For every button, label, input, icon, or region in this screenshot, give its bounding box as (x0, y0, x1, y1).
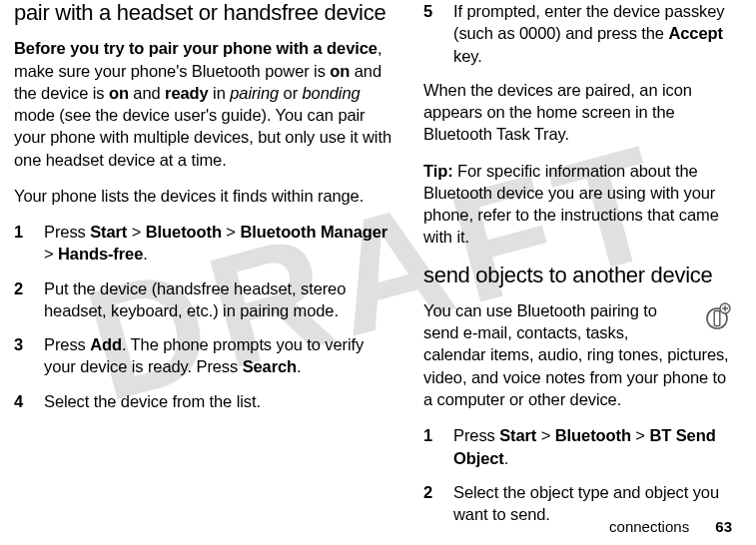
svg-rect-1 (714, 310, 720, 325)
t: . (143, 245, 147, 263)
tip-label: Tip: (423, 162, 453, 180)
t: in (209, 84, 231, 102)
t: key. (453, 47, 482, 65)
pairing: pairing (230, 84, 279, 102)
cmd-start: Start (90, 223, 127, 241)
right-column: 5 If prompted, enter the device passkey … (423, 0, 732, 537)
t: Press (44, 335, 90, 353)
section-label: connections (609, 518, 689, 535)
page-content: pair with a headset or handsfree device … (0, 0, 756, 537)
step-body: Press Start > Bluetooth > Bluetooth Mana… (44, 221, 393, 266)
send-step-1: 1 Press Start > Bluetooth > BT Send Obje… (423, 424, 732, 469)
para-send-text: You can use Bluetooth pairing to send e-… (423, 301, 729, 408)
step-num: 5 (423, 0, 439, 67)
step-4: 4 Select the device from the list. (14, 390, 393, 412)
left-column: pair with a headset or handsfree device … (14, 0, 393, 537)
cmd-accept: Accept (668, 24, 722, 42)
step-body: Press Add. The phone prompts you to veri… (44, 333, 393, 378)
on1: on (330, 62, 350, 80)
steps-right-continue: 5 If prompted, enter the device passkey … (423, 0, 732, 79)
para-paired: When the devices are paired, an icon app… (423, 79, 732, 146)
t: > (222, 223, 241, 241)
tip-paragraph: Tip: For specific information about the … (423, 160, 732, 249)
bonding: bonding (303, 84, 361, 102)
t: > (127, 223, 146, 241)
step-body: If prompted, enter the device passkey (s… (453, 0, 732, 67)
t: mode (see the device user's guide). You … (14, 106, 391, 169)
step-num: 4 (14, 390, 30, 412)
step-num: 1 (14, 221, 30, 266)
t: . (504, 449, 508, 467)
t: . (297, 357, 301, 375)
step-5: 5 If prompted, enter the device passkey … (423, 0, 732, 67)
t: > (44, 245, 58, 263)
step-num: 1 (423, 424, 439, 469)
intro-paragraph: Before you try to pair your phone with a… (14, 37, 393, 171)
para-send: You can use Bluetooth pairing to send e-… (423, 299, 732, 410)
cmd-handsfree: Hands-free (58, 245, 143, 263)
t: > (536, 426, 555, 444)
intro-bold: Before you try to pair your phone with a… (14, 39, 378, 57)
t: Press (44, 223, 90, 241)
t: and (129, 84, 165, 102)
t: Press (453, 426, 499, 444)
step-num: 2 (14, 277, 30, 322)
step-num: 3 (14, 333, 30, 378)
step-1: 1 Press Start > Bluetooth > Bluetooth Ma… (14, 221, 393, 266)
cmd-start: Start (499, 426, 536, 444)
on2: on (109, 84, 129, 102)
heading-pair: pair with a headset or handsfree device (14, 0, 393, 25)
cmd-bt-manager: Bluetooth Manager (240, 223, 387, 241)
cmd-search: Search (243, 357, 297, 375)
cmd-add: Add (90, 335, 122, 353)
step-body: Put the device (handsfree headset, stere… (44, 277, 393, 322)
step-body: Press Start > Bluetooth > BT Send Object… (453, 424, 732, 469)
para-range: Your phone lists the devices it finds wi… (14, 185, 393, 207)
page-footer: connections 63 (609, 518, 732, 535)
heading-send: send objects to another device (423, 263, 732, 287)
t: > (631, 426, 650, 444)
step-2: 2 Put the device (handsfree headset, ste… (14, 277, 393, 322)
step-body: Select the device from the list. (44, 390, 393, 412)
step-num: 2 (423, 481, 439, 526)
steps-left: 1 Press Start > Bluetooth > Bluetooth Ma… (14, 221, 393, 424)
cmd-bluetooth: Bluetooth (555, 426, 631, 444)
ready: ready (165, 84, 209, 102)
step-3: 3 Press Add. The phone prompts you to ve… (14, 333, 393, 378)
page-number: 63 (715, 518, 732, 535)
tip-rest: For specific information about the Bluet… (423, 162, 719, 247)
cmd-bluetooth: Bluetooth (146, 223, 222, 241)
t: or (279, 84, 302, 102)
bluetooth-send-icon (702, 301, 732, 331)
